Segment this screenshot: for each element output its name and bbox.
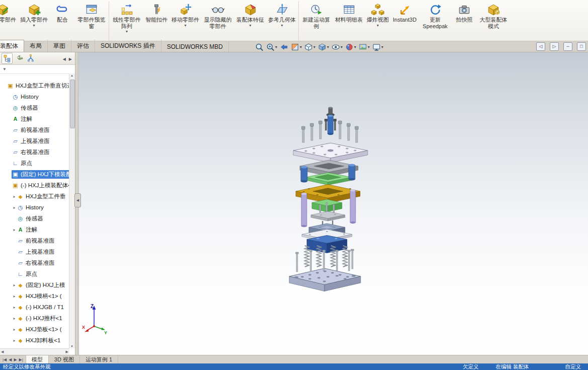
motion-study-button[interactable]: 新建运动算例 [298, 1, 332, 41]
scroll-thumb[interactable] [70, 80, 75, 128]
tree-item[interactable]: (固定) HXJ下模装配 [0, 169, 69, 180]
tree-item[interactable]: 右视基准面 [0, 146, 69, 158]
tree-flyout-caret-icon[interactable]: ▼ [3, 67, 7, 71]
command-tab[interactable]: 装配体 [0, 40, 24, 52]
dropdown-caret-icon[interactable]: ▾ [381, 45, 383, 49]
tree-item[interactable]: 原点 [0, 158, 69, 169]
panel-collapse-handle[interactable]: ◀ [74, 193, 81, 207]
command-tab[interactable]: 草图 [48, 40, 71, 52]
dropdown-caret-icon[interactable]: ▾ [275, 45, 277, 49]
doc-nav-last-button[interactable]: ▶| [19, 357, 23, 362]
section-view-button[interactable]: ▾ [290, 42, 303, 52]
panel-prev-button[interactable]: ◀ [61, 57, 67, 61]
scroll-down-icon[interactable]: ▼ [69, 345, 74, 348]
display-style-button[interactable]: ▾ [317, 42, 330, 52]
command-tab[interactable]: 布局 [24, 40, 48, 52]
scroll-up-icon[interactable]: ▲ [69, 74, 74, 77]
dropdown-caret-icon[interactable]: ▾ [249, 24, 251, 28]
configurationmanager-tab[interactable] [26, 53, 36, 63]
reference-geometry-button[interactable]: 参考几何体▾ [267, 1, 297, 41]
edit-component-button[interactable]: 编辑零部件 [0, 1, 18, 41]
exploded-assembly-model[interactable] [280, 100, 380, 302]
zoom-fit-button[interactable] [254, 42, 265, 52]
document-tab[interactable]: 模型 [26, 355, 49, 363]
bom-button[interactable]: 材料明细表 [333, 1, 364, 41]
previous-view-button[interactable] [279, 42, 289, 52]
dropdown-caret-icon[interactable]: ▾ [368, 45, 370, 49]
pane-forward-button[interactable]: ▷ [550, 42, 559, 51]
tree-vertical-scrollbar[interactable]: ▲ ▼ [69, 73, 75, 348]
tree-item[interactable]: 上视基准面 [0, 135, 69, 146]
view-settings-button[interactable]: ▾ [371, 42, 384, 52]
doc-nav-previous-button[interactable]: ◀ [9, 357, 12, 362]
dropdown-caret-icon[interactable]: ▾ [341, 45, 343, 49]
tree-item[interactable]: ▸History [0, 202, 69, 213]
tree-item[interactable]: 传感器 [0, 102, 69, 113]
tree-item[interactable]: 原点 [0, 268, 69, 279]
tree-item[interactable]: ▸HXJ垫板<1> ( [0, 324, 69, 335]
document-tab[interactable]: 运动算例 1 [80, 355, 118, 363]
instant3d-button[interactable]: Instant3D [391, 1, 418, 41]
expand-arrow-icon[interactable]: ▸ [12, 305, 17, 310]
mate-button[interactable]: 配合 [50, 1, 74, 41]
exploded-view-button[interactable]: 爆炸视图▾ [365, 1, 390, 41]
tree-item[interactable]: ▸(固定) HXJ上模 [0, 279, 69, 290]
apply-scene-button[interactable]: ▾ [358, 42, 371, 52]
snapshot-button[interactable]: 拍快照 [452, 1, 476, 41]
hide-show-items-button[interactable]: ▾ [330, 42, 344, 52]
tree-item[interactable]: (-) HXJ上模装配体< [0, 180, 69, 191]
tree-item[interactable]: 前视基准面 [0, 124, 69, 135]
expand-arrow-icon[interactable]: ▸ [12, 327, 17, 332]
tree-item[interactable]: 注解 [0, 113, 69, 124]
command-tab[interactable]: SOLIDWORKS MBD [161, 41, 229, 52]
doc-nav-first-button[interactable]: |◀ [3, 357, 7, 362]
scroll-left-icon[interactable]: ◀ [1, 350, 4, 354]
tree-item[interactable]: History [0, 91, 69, 102]
show-hidden-button[interactable]: 显示隐藏的零部件 [202, 1, 234, 41]
tree-item[interactable]: 传感器 [0, 213, 69, 224]
edit-appearance-button[interactable]: ▾ [344, 42, 357, 52]
doc-nav-next-button[interactable]: ▶ [14, 357, 17, 362]
tree-item[interactable]: ▸(-) HXJGB / T1 [0, 302, 69, 313]
part-die-block[interactable] [307, 236, 347, 253]
tree-item[interactable]: HXJ盒型工件垂直切边模 [0, 80, 69, 91]
dropdown-caret-icon[interactable]: ▾ [377, 24, 379, 28]
propertymanager-tab[interactable] [14, 53, 24, 63]
large-assembly-button[interactable]: 大型装配体模式 [477, 1, 510, 41]
tree-item[interactable]: 前视基准面 [0, 235, 69, 246]
command-tab[interactable]: SOLIDWORKS 插件 [95, 40, 161, 52]
featuremanager-tab[interactable] [2, 53, 13, 64]
expand-arrow-icon[interactable]: ▸ [12, 205, 17, 210]
status-customize-button[interactable]: 自定义 [565, 363, 581, 370]
panel-next-button[interactable]: ▶ [67, 57, 73, 61]
part-shank-cylinder[interactable] [328, 115, 333, 135]
expand-button[interactable]: □ [577, 42, 586, 51]
insert-component-button[interactable]: 插入零部件▾ [19, 1, 49, 41]
view-orientation-button[interactable]: ▾ [303, 42, 316, 52]
pane-back-button[interactable]: ◁ [536, 42, 545, 51]
dropdown-caret-icon[interactable]: ▾ [184, 24, 186, 28]
dropdown-caret-icon[interactable]: ▾ [300, 45, 302, 49]
part-upper-die-plate[interactable] [293, 143, 368, 163]
component-preview-button[interactable]: 零部件预览窗 [75, 1, 108, 41]
tree-item[interactable]: ▸HXJ盒型工件垂 [0, 191, 69, 202]
tree-item[interactable]: 右视基准面 [0, 257, 69, 268]
dropdown-caret-icon[interactable]: ▾ [33, 24, 35, 28]
tree-item[interactable]: ▸注解 [0, 224, 69, 235]
expand-arrow-icon[interactable]: ▸ [12, 228, 17, 232]
dropdown-caret-icon[interactable]: ▾ [126, 30, 128, 34]
move-component-button[interactable]: 移动零部件▾ [170, 1, 201, 41]
expand-arrow-icon[interactable]: ▸ [12, 316, 17, 321]
dropdown-caret-icon[interactable]: ▾ [327, 45, 329, 49]
document-tab[interactable]: 3D 视图 [49, 355, 80, 363]
part-stripper-insert[interactable] [306, 173, 352, 185]
tree-horizontal-scrollbar[interactable]: ◀ ▶ [0, 348, 69, 355]
assembly-features-button[interactable]: 装配体特征▾ [235, 1, 266, 41]
expand-arrow-icon[interactable]: ▸ [12, 283, 17, 287]
part-lower-die-base[interactable] [289, 268, 361, 291]
tree-item[interactable]: ▸HXJ模柄<1> ( [0, 290, 69, 302]
dropdown-caret-icon[interactable]: ▾ [313, 45, 315, 49]
smart-fasteners-button[interactable]: 智能扣件 [144, 1, 169, 41]
tree-item[interactable]: ▸HXJ卸料板<1 [0, 335, 69, 346]
expand-arrow-icon[interactable]: ▸ [12, 294, 17, 299]
